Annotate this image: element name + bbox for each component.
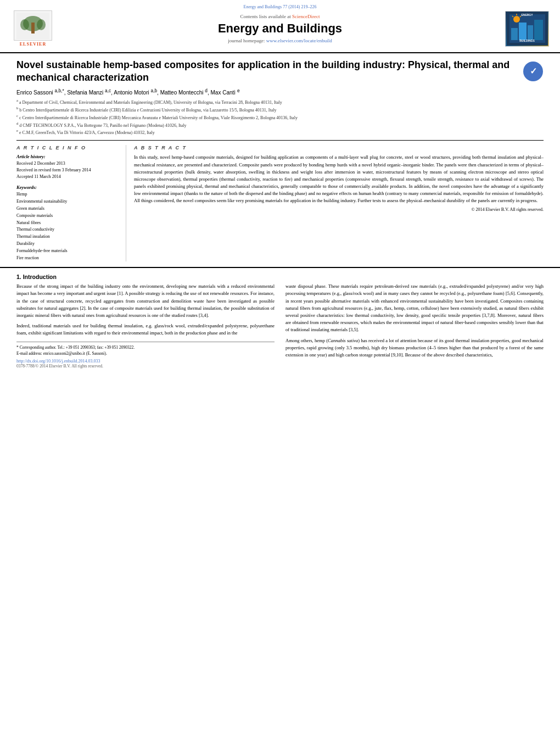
keyword-0: Hemp bbox=[16, 191, 118, 198]
energy-buildings-logo: ENERGY BUILDINGS bbox=[505, 11, 549, 47]
svg-text:ENERGY: ENERGY bbox=[521, 13, 533, 16]
article-info-column: A R T I C L E I N F O Article history: R… bbox=[16, 145, 126, 261]
crossmark-icon: ✓ bbox=[523, 62, 543, 81]
page: Energy and Buildings 77 (2014) 219–226 E… bbox=[0, 0, 560, 742]
abstract-column: A B S T R A C T In this study, novel hem… bbox=[126, 145, 544, 261]
doi-line[interactable]: http://dx.doi.org/10.1016/j.enbuild.2014… bbox=[16, 359, 275, 364]
footnote-line-0: * Corresponding author. Tel.: +39 051 20… bbox=[16, 344, 275, 350]
header-center: Contents lists available at ScienceDirec… bbox=[55, 14, 505, 43]
svg-rect-7 bbox=[511, 28, 518, 40]
svg-rect-8 bbox=[519, 23, 527, 40]
authors-line: Enrico Sassoni a,b,*, Stefania Manzi a,c… bbox=[16, 88, 544, 96]
keyword-7: Durability bbox=[16, 241, 118, 248]
body-para-0: Because of the strong impact of the buil… bbox=[16, 283, 275, 319]
article-title-section: Novel sustainable hemp-based composites … bbox=[16, 59, 544, 85]
keyword-3: Composite materials bbox=[16, 213, 118, 220]
svg-rect-2 bbox=[31, 23, 35, 34]
elsevier-logo-box bbox=[14, 10, 52, 41]
section1-heading: 1. Introduction bbox=[16, 274, 544, 280]
keyword-5: Thermal conductivity bbox=[16, 226, 118, 233]
article-title: Novel sustainable hemp-based composites … bbox=[16, 59, 517, 85]
body-content: 1. Introduction Because of the strong im… bbox=[0, 267, 560, 374]
keyword-9: Fire reaction bbox=[16, 255, 118, 262]
accepted-date: Accepted 11 March 2014 bbox=[16, 174, 118, 180]
affiliation-e: e e C.M.F, GreenTech, Via Di Vittorio 42… bbox=[16, 128, 544, 136]
contents-line: Contents lists available at ScienceDirec… bbox=[240, 14, 320, 19]
body-para-3: Among others, hemp (Cannabis sativa) has… bbox=[285, 337, 544, 359]
footnote-section: * Corresponding author. Tel.: +39 051 20… bbox=[16, 342, 275, 357]
svg-text:✓: ✓ bbox=[530, 66, 537, 76]
body-left-col: Because of the strong impact of the buil… bbox=[16, 283, 275, 369]
svg-rect-10 bbox=[534, 20, 543, 40]
journal-title-header: Energy and Buildings bbox=[218, 21, 342, 36]
keyword-1: Environmental sustainability bbox=[16, 198, 118, 205]
affiliation-a: a a Department of Civil, Chemical, Envir… bbox=[16, 98, 544, 105]
keyword-6: Thermal insulation bbox=[16, 233, 118, 241]
svg-point-11 bbox=[513, 16, 520, 23]
article-info-abstract-section: A R T I C L E I N F O Article history: R… bbox=[16, 140, 544, 261]
crossmark-logo: ✓ bbox=[523, 61, 544, 82]
abstract-label: A B S T R A C T bbox=[134, 145, 544, 150]
svg-rect-9 bbox=[528, 25, 533, 40]
copyright-line: © 2014 Elsevier B.V. All rights reserved… bbox=[134, 207, 544, 212]
received-revised-date: Received in revised form 3 February 2014 bbox=[16, 167, 118, 174]
svg-point-3 bbox=[20, 19, 29, 30]
sciencedirect-link[interactable]: ScienceDirect bbox=[292, 14, 320, 19]
history-title: Article history: bbox=[16, 154, 118, 159]
article-main: Novel sustainable hemp-based composites … bbox=[0, 53, 560, 267]
elsevier-logo: ELSEVIER bbox=[11, 10, 55, 47]
svg-point-4 bbox=[37, 19, 46, 30]
body-para-2: waste disposal phase. These materials re… bbox=[285, 283, 544, 333]
journal-header: Energy and Buildings 77 (2014) 219–226 E… bbox=[0, 0, 560, 53]
affiliations: a a Department of Civil, Chemical, Envir… bbox=[16, 98, 544, 136]
keyword-8: Formaldehyde-free materials bbox=[16, 248, 118, 255]
article-history: Article history: Received 2 December 201… bbox=[16, 154, 118, 180]
affiliation-b: b b Centro Interdipartimentale di Ricerc… bbox=[16, 105, 544, 113]
affiliation-d: d d CMF TECHNOLOGY S.P.A., Via Bottegone… bbox=[16, 121, 544, 129]
keyword-2: Green materials bbox=[16, 205, 118, 213]
issn-line: 0378-7788/© 2014 Elsevier B.V. All right… bbox=[16, 364, 275, 369]
header-doi-line: Energy and Buildings 77 (2014) 219–226 bbox=[11, 4, 549, 9]
elsevier-text: ELSEVIER bbox=[20, 42, 46, 47]
body-two-columns: Because of the strong impact of the buil… bbox=[16, 283, 544, 369]
homepage-link[interactable]: www.elsevier.com/locate/enbuild bbox=[266, 38, 332, 43]
footnote-line-1: E-mail address: enrico.sassoni2@unibo.it… bbox=[16, 350, 275, 356]
keywords-section: Keywords: Hemp Environmental sustainabil… bbox=[16, 185, 118, 261]
abstract-text: In this study, novel hemp-based composit… bbox=[134, 154, 544, 204]
body-para-1: Indeed, traditional materials used for b… bbox=[16, 322, 275, 337]
article-info-label: A R T I C L E I N F O bbox=[16, 145, 118, 150]
keyword-4: Natural fibres bbox=[16, 220, 118, 227]
received-date: Received 2 December 2013 bbox=[16, 160, 118, 167]
homepage-line: journal homepage: www.elsevier.com/locat… bbox=[228, 38, 332, 43]
body-right-col: waste disposal phase. These materials re… bbox=[285, 283, 544, 369]
affiliation-c: c c Centro Interdipartimentale di Ricerc… bbox=[16, 113, 544, 121]
header-top-bar: ELSEVIER Contents lists available at Sci… bbox=[11, 10, 549, 47]
svg-text:BUILDINGS: BUILDINGS bbox=[519, 39, 535, 42]
keywords-title: Keywords: bbox=[16, 185, 118, 190]
